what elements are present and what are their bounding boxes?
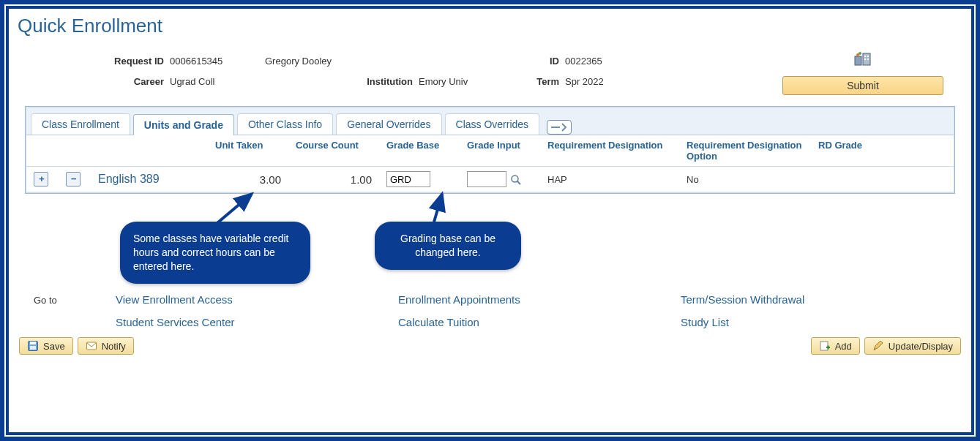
quick-enrollment-page: Quick Enrollment Submit Request ID 00066… <box>6 6 974 435</box>
request-id-value: 0006615345 <box>170 56 265 67</box>
svg-rect-16 <box>820 342 828 350</box>
svg-rect-13 <box>30 342 36 344</box>
col-rd-grade: RD Grade <box>811 135 954 167</box>
pencil-icon <box>872 340 884 352</box>
tab-class-enrollment[interactable]: Class Enrollment <box>31 113 130 135</box>
requirement-designation-option-value: No <box>679 167 811 192</box>
grade-input-field[interactable] <box>467 171 506 187</box>
update-display-button[interactable]: Update/Display <box>864 337 961 355</box>
institution-value: Emory Univ <box>419 76 514 87</box>
unit-taken-value: 3.00 <box>208 167 288 192</box>
student-name: Gregory Dooley <box>265 56 514 67</box>
institution-label: Institution <box>345 76 419 87</box>
page-title: Quick Enrollment <box>18 15 962 37</box>
col-unit-taken: Unit Taken <box>208 135 288 167</box>
svg-rect-1 <box>863 53 870 65</box>
svg-rect-4 <box>864 56 866 57</box>
save-icon <box>27 340 39 352</box>
lookup-icon[interactable] <box>509 173 523 186</box>
callout-credit-hours: Some classes have variable credit hours … <box>120 222 310 284</box>
link-view-enrollment-access[interactable]: View Enrollment Access <box>116 293 350 306</box>
svg-point-8 <box>512 176 518 182</box>
svg-point-3 <box>859 52 861 55</box>
col-grade-base: Grade Base <box>379 135 460 167</box>
career-value: Ugrad Coll <box>170 76 345 87</box>
col-grade-input: Grade Input <box>460 135 540 167</box>
course-count-value: 1.00 <box>288 167 379 192</box>
table-row: + − English 389 3.00 1.00 HAP <box>26 167 954 192</box>
tab-general-overrides[interactable]: General Overrides <box>336 113 441 135</box>
enrollment-grid: Class Enrollment Units and Grade Other C… <box>25 106 955 194</box>
footer-toolbar: Save Notify Add Update/Display <box>18 334 962 355</box>
grade-base-input[interactable] <box>386 171 430 187</box>
grade-table: Unit Taken Course Count Grade Base Grade… <box>26 135 954 192</box>
svg-rect-7 <box>867 59 869 60</box>
save-button[interactable]: Save <box>19 337 73 355</box>
id-value: 0022365 <box>565 56 602 67</box>
notify-button[interactable]: Notify <box>78 337 134 355</box>
course-link[interactable]: English 389 <box>98 173 160 185</box>
submit-area: Submit <box>782 50 943 95</box>
update-display-label: Update/Display <box>889 341 953 352</box>
institution-icon[interactable] <box>853 50 872 69</box>
tab-units-and-grade[interactable]: Units and Grade <box>133 114 234 135</box>
svg-rect-5 <box>867 56 869 57</box>
link-student-services-center[interactable]: Student Services Center <box>116 316 350 328</box>
add-icon <box>819 340 831 352</box>
delete-row-button[interactable]: − <box>66 172 81 186</box>
svg-rect-6 <box>864 59 866 60</box>
add-row-button[interactable]: + <box>34 172 48 186</box>
link-term-session-withdrawal[interactable]: Term/Session Withdrawal <box>681 293 804 306</box>
svg-rect-14 <box>30 346 36 350</box>
id-label: ID <box>514 56 565 67</box>
tab-class-overrides[interactable]: Class Overrides <box>445 113 540 135</box>
career-label: Career <box>83 76 170 87</box>
add-button[interactable]: Add <box>811 337 860 355</box>
callout-grading-base: Grading base can be changed here. <box>375 222 521 270</box>
notify-label: Notify <box>102 341 126 352</box>
link-calculate-tuition[interactable]: Calculate Tuition <box>398 316 632 328</box>
link-study-list[interactable]: Study List <box>681 316 804 328</box>
submit-button[interactable]: Submit <box>782 76 943 95</box>
notify-icon <box>86 340 97 352</box>
goto-label: Go to <box>34 293 67 328</box>
term-label: Term <box>514 76 565 87</box>
tab-other-class-info[interactable]: Other Class Info <box>237 113 333 135</box>
svg-line-9 <box>517 181 520 184</box>
header-area: Submit Request ID 0006615345 Gregory Doo… <box>18 50 962 103</box>
col-requirement-designation-option: Requirement Designation Option <box>679 135 811 167</box>
add-label: Add <box>835 341 852 352</box>
save-label: Save <box>43 341 65 352</box>
request-id-label: Request ID <box>83 56 170 67</box>
term-value: Spr 2022 <box>565 76 604 87</box>
annotation-layer: Some classes have variable credit hours … <box>25 194 955 289</box>
goto-block: Go to View Enrollment Access Student Ser… <box>18 289 962 334</box>
svg-rect-15 <box>86 342 96 350</box>
svg-rect-0 <box>855 56 861 65</box>
link-enrollment-appointments[interactable]: Enrollment Appointments <box>398 293 632 306</box>
col-course-count: Course Count <box>288 135 379 167</box>
svg-line-11 <box>433 194 442 225</box>
rd-grade-value <box>811 167 954 192</box>
grid-tabs: Class Enrollment Units and Grade Other C… <box>26 108 954 135</box>
col-requirement-designation: Requirement Designation <box>540 135 679 167</box>
requirement-designation-value: HAP <box>540 167 679 192</box>
expand-all-tabs-icon[interactable] <box>547 120 572 135</box>
